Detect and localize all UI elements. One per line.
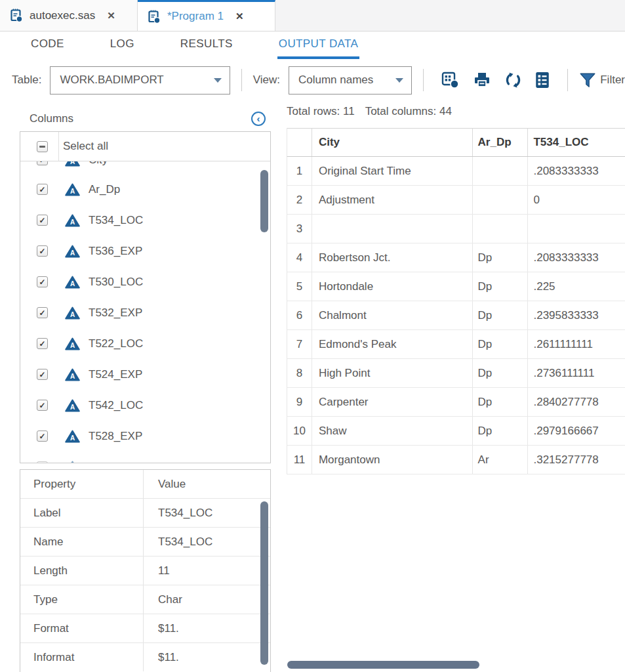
output-data-toolbar: Table: WORK.BADIMPORT View: Column names <box>0 59 625 101</box>
property-row: Label T534_LOC <box>20 498 270 527</box>
dropdown-caret-icon <box>214 78 222 83</box>
filter-funnel-icon <box>579 72 596 88</box>
column-checkbox[interactable]: ✓ <box>37 215 48 226</box>
properties-header-row: Property Value <box>20 470 270 498</box>
column-name: T528_EXP <box>89 430 142 443</box>
column-row-partial-top[interactable]: ✓ A City <box>20 161 270 174</box>
cell-t534-loc: .2083333333 <box>528 243 625 272</box>
column-checkbox[interactable]: ✓ <box>37 184 48 195</box>
table-row[interactable]: 5 Hortondale Dp .225 <box>287 272 625 301</box>
char-column-icon: A <box>65 368 80 381</box>
tab-autoexec-sas[interactable]: autoexec.sas ✕ <box>0 0 138 31</box>
svg-text:A: A <box>70 161 75 165</box>
property-value: T534_LOC <box>144 536 212 549</box>
column-checkbox[interactable]: ✓ <box>37 400 48 411</box>
cell-t534-loc: .225 <box>528 272 625 301</box>
cell-ar-dp: Dp <box>473 359 529 387</box>
property-name: Informat <box>20 643 144 671</box>
cell-t534-loc: .2979166667 <box>528 417 625 445</box>
svg-text:A: A <box>70 342 75 349</box>
tab-results[interactable]: RESULTS <box>179 32 234 59</box>
tab-log[interactable]: LOG <box>109 32 136 59</box>
column-checkbox[interactable]: ✓ <box>37 161 48 165</box>
horizontal-scrollbar[interactable] <box>287 661 479 669</box>
column-checkbox[interactable]: ✓ <box>37 430 48 442</box>
table-row[interactable]: 6 Chalmont Dp .2395833333 <box>287 301 625 330</box>
column-row[interactable]: ✓ A T530_LOC <box>20 266 270 297</box>
column-checkbox[interactable]: ✓ <box>37 245 48 257</box>
property-name: Format <box>20 614 144 642</box>
column-checkbox[interactable]: ✓ <box>37 276 48 287</box>
close-icon[interactable]: ✕ <box>235 10 244 22</box>
table-columns-icon[interactable] <box>441 72 460 89</box>
refresh-icon[interactable] <box>504 72 522 89</box>
tab-code[interactable]: CODE <box>30 32 66 59</box>
column-row-partial-bottom[interactable] <box>20 452 270 463</box>
column-header-city[interactable]: City <box>312 129 473 156</box>
value-header: Value <box>144 478 186 491</box>
sas-program-icon <box>148 10 161 24</box>
row-number: 3 <box>287 215 312 243</box>
column-checkbox[interactable] <box>37 461 48 463</box>
collapse-panel-icon[interactable]: ‹ <box>251 112 266 126</box>
char-column-icon: A <box>65 430 80 443</box>
cell-ar-dp: Dp <box>473 330 529 358</box>
column-header-ar-dp[interactable]: Ar_Dp <box>473 129 529 156</box>
property-value: $11. <box>144 622 179 635</box>
column-row[interactable]: ✓ A T528_EXP <box>20 421 270 452</box>
column-row[interactable]: ✓ A T542_LOC <box>20 390 270 421</box>
view-select-dropdown[interactable]: Column names <box>289 66 412 94</box>
table-row[interactable]: 8 High Point Dp .2736111111 <box>287 359 625 388</box>
print-icon[interactable] <box>473 72 491 89</box>
filter-button[interactable]: Filter <box>579 72 625 88</box>
column-row[interactable]: ✓ A T524_EXP <box>20 359 270 390</box>
cell-ar-dp: Dp <box>473 243 529 272</box>
column-checkbox[interactable]: ✓ <box>37 307 48 318</box>
table-row[interactable]: 4 Robertson Jct. Dp .2083333333 <box>287 243 625 272</box>
dropdown-caret-icon <box>395 78 403 83</box>
view-select-value: Column names <box>298 74 373 87</box>
table-row[interactable]: 9 Carpenter Dp .2840277778 <box>287 388 625 417</box>
cell-t534-loc <box>528 215 625 243</box>
column-row[interactable]: ✓ A T536_EXP <box>20 236 270 266</box>
table-row[interactable]: 2 Adjustment 0 <box>287 186 625 215</box>
column-header-t534-loc[interactable]: T534_LOC <box>528 129 625 156</box>
tab-output-data[interactable]: OUTPUT DATA <box>277 32 360 59</box>
columns-list-scrollbar[interactable] <box>260 170 268 232</box>
column-checkbox[interactable]: ✓ <box>37 369 48 380</box>
svg-text:A: A <box>70 219 75 226</box>
column-row[interactable]: ✓ A T522_LOC <box>20 328 270 359</box>
select-all-row[interactable]: Select all <box>20 132 270 161</box>
cell-city: Chalmont <box>312 301 473 329</box>
column-row[interactable]: ✓ A T534_LOC <box>20 205 270 236</box>
column-name: T542_LOC <box>89 399 143 412</box>
table-row[interactable]: 11 Morgantown Ar .3215277778 <box>287 446 625 474</box>
svg-text:A: A <box>70 249 75 257</box>
table-summary: Total rows: 11 Total columns: 44 <box>287 105 625 128</box>
table-row[interactable]: 7 Edmond's Peak Dp .2611111111 <box>287 330 625 359</box>
cell-ar-dp <box>473 157 529 185</box>
property-value: $11. <box>144 651 179 664</box>
property-value: T534_LOC <box>144 507 212 520</box>
svg-text:A: A <box>70 188 75 195</box>
property-value: Char <box>144 593 182 606</box>
column-row[interactable]: ✓ A T532_EXP <box>20 297 270 328</box>
close-icon[interactable]: ✕ <box>107 10 115 22</box>
table-row[interactable]: 10 Shaw Dp .2979166667 <box>287 417 625 446</box>
details-icon[interactable] <box>535 72 550 89</box>
tab-program-1[interactable]: *Program 1 ✕ <box>138 0 275 31</box>
total-rows: Total rows: 11 <box>287 105 355 118</box>
column-row[interactable]: ✓ A Ar_Dp <box>20 174 270 205</box>
table-row[interactable]: 1 Original Start Time .2083333333 <box>287 157 625 186</box>
view-select-label: View: <box>253 74 280 87</box>
table-row[interactable]: 3 <box>287 215 625 243</box>
table-select-value: WORK.BADIMPORT <box>60 74 163 87</box>
table-select-dropdown[interactable]: WORK.BADIMPORT <box>50 66 230 94</box>
column-checkbox[interactable]: ✓ <box>37 338 48 349</box>
row-number: 11 <box>287 446 312 474</box>
properties-scrollbar[interactable] <box>260 501 268 665</box>
sas-program-icon <box>10 9 23 22</box>
tab-label: *Program 1 <box>167 10 224 23</box>
select-all-checkbox[interactable] <box>37 141 48 152</box>
property-row: Informat $11. <box>20 642 270 671</box>
